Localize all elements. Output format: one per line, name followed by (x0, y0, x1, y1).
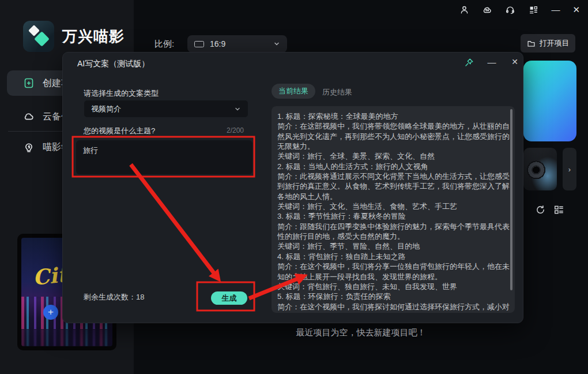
template-gradient-card[interactable] (523, 61, 576, 141)
topic-label: 您的视频是什么主题? (84, 126, 155, 136)
topbar: — ✕ (404, 0, 588, 20)
copy-type-label: 请选择生成的文案类型 (84, 88, 159, 99)
dialog-minimize-icon[interactable]: — (486, 56, 497, 68)
add-button[interactable]: + (43, 305, 58, 320)
folder-icon (527, 39, 536, 48)
results-panel: 1. 标题：探索秘境：全球最美的地方 简介：在这部视频中，我们将带领您领略全球最… (272, 106, 515, 313)
minimize-icon[interactable]: — (551, 5, 560, 15)
headset-icon[interactable] (505, 5, 515, 15)
cloud-sync-icon[interactable] (482, 5, 492, 15)
results-text: 1. 标题：探索秘境：全球最美的地方 简介：在这部视频中，我们将带领您领略全球最… (277, 111, 510, 313)
panels-icon[interactable] (528, 5, 538, 15)
app-title: 万兴喵影 (62, 27, 125, 47)
dialog-title: AI写文案（测试版） (77, 59, 149, 69)
topic-char-counter: 2/200 (207, 126, 244, 134)
pin-icon[interactable] (463, 57, 474, 68)
expand-chevron-card[interactable]: › (563, 148, 576, 190)
tab-history-result[interactable]: 历史结果 (322, 87, 352, 98)
cloud-icon (23, 111, 35, 122)
copy-type-value: 视频简介 (91, 104, 121, 114)
media-list-icon[interactable] (553, 204, 565, 216)
remaining-count-label: 剩余生成次数：18 (84, 292, 144, 302)
lightbulb-icon (23, 141, 35, 153)
ai-copywriting-dialog: AI写文案（测试版） — ✕ 请选择生成的文案类型 视频简介 您的视频是什么主题… (62, 52, 523, 323)
refresh-icon[interactable] (535, 204, 546, 216)
filmora-logo-icon (23, 21, 54, 52)
app-logo: 万兴喵影 (23, 21, 125, 52)
user-icon[interactable] (459, 5, 469, 15)
ratio-value: 16:9 (210, 39, 225, 48)
film-reel-card[interactable] (523, 148, 557, 190)
ratio-dropdown[interactable]: 16:9 (187, 35, 287, 53)
dialog-close-icon[interactable]: ✕ (509, 56, 521, 68)
results-scrollbar[interactable] (510, 109, 512, 290)
file-plus-icon (23, 77, 35, 89)
tab-current-result[interactable]: 当前结果 (272, 84, 315, 99)
close-icon[interactable]: ✕ (572, 5, 580, 15)
generate-button[interactable]: 生成 (211, 291, 247, 305)
open-project-button[interactable]: 打开项目 (521, 34, 575, 53)
copy-type-dropdown[interactable]: 视频简介 (84, 100, 248, 117)
app-window: 万兴喵影 创建项目 云备份 (0, 0, 588, 374)
empty-projects-hint: 最近项目为空，快去新建项目吧！ (134, 327, 588, 338)
ratio-rect-icon (194, 41, 204, 47)
chevron-down-icon (273, 40, 280, 47)
topic-textarea[interactable]: 旅行 (76, 140, 252, 174)
open-project-label: 打开项目 (540, 38, 570, 48)
ratio-label: 比例: (154, 39, 174, 50)
chevron-down-icon (234, 106, 241, 113)
